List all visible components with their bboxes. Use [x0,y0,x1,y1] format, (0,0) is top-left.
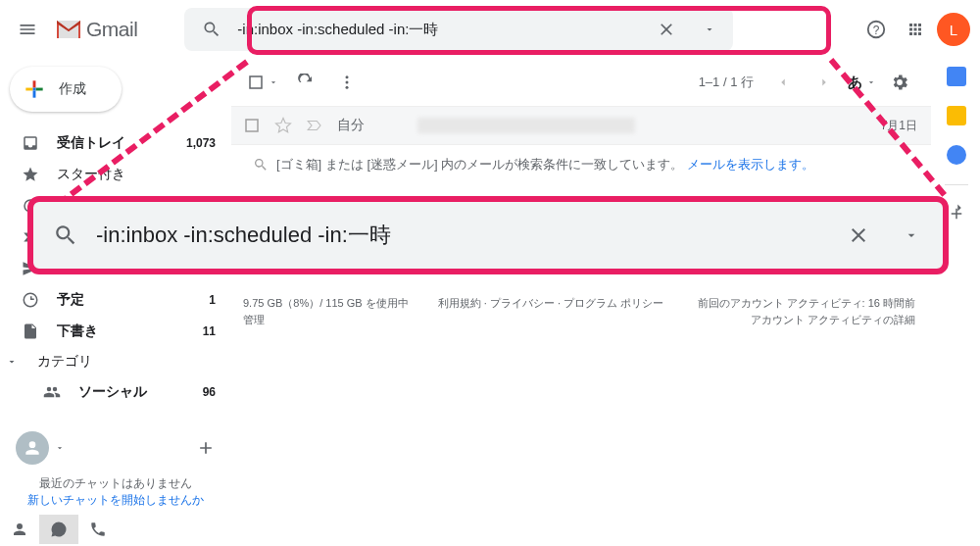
prev-page-button[interactable] [765,65,801,100]
plus-icon [196,438,216,458]
hangouts-tab-calls[interactable] [78,515,118,544]
new-chat-button[interactable] [196,430,216,466]
chevron-down-icon[interactable] [55,443,65,453]
settings-button[interactable] [882,65,917,100]
zoom-dropdown-button[interactable] [894,227,929,243]
hangouts-avatar[interactable] [16,431,49,465]
checkbox-icon [247,74,265,91]
storage-manage[interactable]: 管理 [243,312,409,328]
schedule-icon [22,291,39,309]
close-icon [657,20,676,39]
hangouts-no-recent: 最近のチャットはありません [8,475,223,492]
chevron-right-icon [953,201,966,215]
chevron-down-icon [6,356,18,368]
hangouts-tab-chats[interactable] [39,515,78,544]
dropdown-icon [866,77,876,87]
keep-addon[interactable] [947,106,966,125]
sidebar-item-label: ソーシャル [78,383,185,401]
svg-point-5 [346,75,349,78]
search-input[interactable] [237,22,641,38]
policies[interactable]: 利用規約 · プライバシー · プログラム ポリシー [438,295,668,328]
help-button[interactable]: ? [858,12,894,47]
page-count: 1–1 / 1 行 [699,74,754,91]
refresh-icon [297,74,315,91]
apps-icon [906,21,924,38]
search-icon [202,20,221,39]
storage-line: 9.75 GB（8%）/ 115 GB を使用中 [243,295,409,312]
close-icon [847,223,870,247]
sidebar-item-count: 1,073 [186,136,216,150]
sidebar-item-drafts[interactable]: 下書き 11 [0,316,231,347]
trash-hint-link[interactable]: メールを表示します。 [687,157,814,172]
sidebar-item-count: 96 [203,385,216,399]
hangouts-start-link[interactable]: 新しいチャットを開始しませんか [8,492,223,509]
sidebar-item-scheduled[interactable]: 予定 1 [0,284,231,316]
more-vert-icon [338,74,356,91]
mail-subject-blurred [417,118,635,133]
menu-button[interactable] [8,10,47,49]
dropdown-icon [269,77,278,87]
clear-search-button[interactable] [649,12,684,47]
compose-label: 作成 [59,80,86,98]
help-icon: ? [865,19,887,40]
sidebar: 作成 受信トレイ 1,073 スター付き スヌーズ中 重要 送信済み 予定 1 [0,59,231,546]
search-options-button[interactable] [692,12,727,47]
annotation-zoom-box: -in:inbox -in:scheduled -in:一時 [27,196,949,274]
dropdown-icon [904,227,919,243]
more-button[interactable] [329,65,365,100]
person-icon [11,521,28,538]
star-icon[interactable] [274,117,292,134]
gmail-envelope-icon [55,19,82,40]
header-right: ? L [858,12,970,47]
compose-button[interactable]: 作成 [10,67,122,112]
svg-rect-8 [246,120,258,131]
gmail-logo: Gmail [55,18,137,41]
sidebar-item-count: 1 [209,293,216,307]
select-all-checkbox[interactable] [243,70,282,95]
person-icon [23,438,42,458]
sidebar-item-label: 予定 [57,291,191,309]
draft-icon [22,323,39,340]
mail-row[interactable]: 自分 7月1日 [231,106,931,145]
inbox-icon [22,134,39,152]
calendar-addon[interactable] [947,67,966,86]
chevron-left-icon [776,75,790,89]
apps-button[interactable] [898,12,933,47]
header: Gmail ? L [0,0,980,59]
svg-rect-4 [250,76,262,88]
activity-details[interactable]: アカウント アクティビティの詳細 [698,312,915,328]
search-bar [184,8,733,51]
chat-icon [50,521,68,538]
tasks-addon[interactable] [947,145,966,165]
sidebar-item-inbox[interactable]: 受信トレイ 1,073 [0,127,231,159]
sidebar-item-social[interactable]: ソーシャル 96 [0,376,231,408]
sidebar-item-label: カテゴリ [37,353,92,371]
dropdown-icon [704,24,715,35]
search-button[interactable] [194,12,229,47]
svg-text:?: ? [873,24,880,37]
search-icon [253,157,269,173]
hangouts-panel: 最近のチャットはありません 新しいチャットを開始しませんか [0,424,231,546]
sidebar-item-label: 下書き [57,323,185,340]
zoom-close-button[interactable] [841,223,876,247]
divider [945,184,968,185]
sidebar-item-category[interactable]: カテゴリ [0,347,231,376]
trash-spam-hint: [ゴミ箱] または [迷惑メール] 内のメールが検索条件に一致しています。 メー… [231,145,931,191]
footer: 9.75 GB（8%）/ 115 GB を使用中 管理 利用規約 · プライバシ… [231,289,931,328]
activity-line: 前回のアカウント アクティビティ: 16 時間前 [698,295,915,312]
mail-sender: 自分 [337,117,365,134]
collapse-addons-button[interactable] [953,201,966,215]
hangouts-tab-contacts[interactable] [0,515,39,544]
checkbox-icon[interactable] [243,117,261,134]
zoom-search-text: -in:inbox -in:scheduled -in:一時 [96,221,823,250]
search-icon [53,223,78,248]
svg-point-6 [346,81,349,84]
svg-point-7 [346,86,349,89]
plus-icon [22,76,47,102]
refresh-button[interactable] [288,65,323,100]
important-icon[interactable] [306,117,323,134]
toolbar: 1–1 / 1 行 あ [231,59,931,106]
avatar-initial: L [950,22,957,38]
sidebar-item-label: スター付き [57,166,216,183]
account-avatar[interactable]: L [937,13,970,46]
